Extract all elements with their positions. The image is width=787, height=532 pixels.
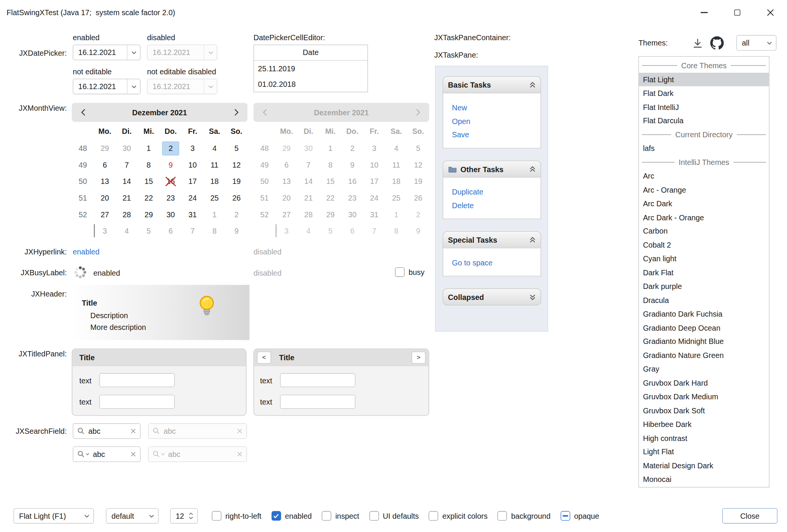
taskpane-link[interactable]: Delete bbox=[452, 199, 540, 212]
taskpane-header[interactable]: Collapsed bbox=[442, 289, 541, 306]
taskpane-link[interactable]: Open bbox=[452, 115, 540, 128]
theme-list-item[interactable]: Arc Dark - Orange bbox=[639, 210, 769, 224]
calendar-day[interactable]: 16 bbox=[160, 173, 182, 190]
calendar-day[interactable]: 19 bbox=[225, 173, 247, 190]
download-themes-button[interactable] bbox=[691, 37, 704, 50]
taskpane-header[interactable]: Special Tasks bbox=[442, 231, 541, 248]
search-input[interactable] bbox=[89, 450, 130, 458]
checkbox-background[interactable]: background bbox=[497, 511, 550, 521]
calendar-day[interactable]: 14 bbox=[116, 173, 138, 190]
calendar-day[interactable]: 2 bbox=[225, 206, 247, 223]
search-menu-chevron-icon[interactable] bbox=[86, 453, 89, 455]
chevron-down-icon[interactable] bbox=[127, 79, 140, 94]
calendar-day[interactable]: 12 bbox=[225, 157, 247, 173]
theme-list-item[interactable]: Dark purple bbox=[639, 279, 769, 293]
close-window-button[interactable] bbox=[754, 0, 787, 25]
theme-list-item[interactable]: Arc bbox=[639, 169, 769, 183]
github-link-button[interactable] bbox=[710, 36, 724, 50]
calendar-day[interactable]: 30 bbox=[160, 206, 182, 223]
theme-list-item[interactable]: High contrast bbox=[639, 431, 769, 445]
titledpanel-left-button[interactable]: < bbox=[257, 352, 271, 364]
theme-list-item[interactable]: Gradianto Nature Green bbox=[639, 348, 769, 362]
calendar-day[interactable]: 3 bbox=[182, 140, 204, 157]
theme-list-item[interactable]: Flat IntelliJ bbox=[639, 100, 769, 114]
text-input[interactable] bbox=[99, 395, 175, 409]
calendar-day[interactable]: 5 bbox=[225, 140, 247, 157]
calendar-day[interactable]: 9 bbox=[160, 157, 182, 173]
calendar-day[interactable]: 22 bbox=[138, 190, 160, 206]
clear-icon[interactable] bbox=[131, 451, 136, 457]
theme-list-item[interactable]: Dracula bbox=[639, 293, 769, 307]
theme-list-item[interactable]: Gruvbox Dark Medium bbox=[639, 390, 769, 403]
calendar-day[interactable]: 29 bbox=[138, 206, 160, 223]
theme-list-item[interactable]: Gradianto Deep Ocean bbox=[639, 321, 769, 334]
calendar-day[interactable]: 8 bbox=[138, 157, 160, 173]
calendar-day[interactable]: 10 bbox=[182, 157, 204, 173]
calendar-day[interactable]: 30 bbox=[116, 140, 138, 157]
theme-list-item[interactable]: Cyan light bbox=[639, 252, 769, 265]
calendar-day[interactable]: 13 bbox=[94, 173, 116, 190]
theme-list-item[interactable]: Nord bbox=[639, 486, 769, 487]
table-row[interactable]: 25.11.2019 bbox=[254, 61, 367, 76]
checkbox-right-to-left[interactable]: right-to-left bbox=[212, 511, 261, 521]
calendar-day[interactable]: 7 bbox=[116, 157, 138, 173]
spinner-down-icon[interactable] bbox=[189, 516, 193, 519]
calendar-day[interactable]: 1 bbox=[203, 206, 225, 223]
calendar-day[interactable]: 4 bbox=[116, 223, 138, 239]
calendar-day[interactable]: 9 bbox=[225, 223, 247, 239]
theme-list-item[interactable]: Carbon bbox=[639, 224, 769, 238]
calendar-day[interactable]: 25 bbox=[203, 190, 225, 206]
checkbox-ui-defaults[interactable]: UI defaults bbox=[369, 511, 419, 521]
clear-icon[interactable] bbox=[131, 428, 136, 434]
calendar-day[interactable]: 1 bbox=[138, 140, 160, 157]
taskpane-link[interactable]: Duplicate bbox=[452, 185, 540, 199]
text-input[interactable] bbox=[280, 373, 355, 387]
next-month-button[interactable] bbox=[225, 103, 247, 122]
datepicker-not-editable[interactable]: 16.12.2021 bbox=[73, 79, 141, 94]
theme-list-item[interactable]: Flat Darcula bbox=[639, 114, 769, 127]
theme-list-item[interactable]: Gradianto Dark Fuchsia bbox=[639, 307, 769, 320]
calendar-day[interactable]: 7 bbox=[182, 223, 204, 239]
taskpane-link[interactable]: Go to space bbox=[452, 256, 540, 270]
search-field-with-menu[interactable] bbox=[73, 446, 141, 462]
calendar-day[interactable]: 20 bbox=[94, 190, 116, 206]
calendar-day[interactable]: 3 bbox=[94, 223, 116, 239]
theme-list-item[interactable]: Monocai bbox=[639, 472, 769, 486]
theme-list-item[interactable]: lafs bbox=[639, 141, 769, 155]
themes-filter-combo[interactable]: all bbox=[736, 35, 776, 51]
hyperlink-enabled[interactable]: enabled bbox=[73, 247, 100, 256]
minimize-button[interactable] bbox=[688, 0, 721, 25]
calendar-day[interactable]: 24 bbox=[182, 190, 204, 206]
taskpane-header[interactable]: Basic Tasks bbox=[442, 76, 541, 93]
spinner-up-icon[interactable] bbox=[189, 513, 193, 515]
calendar-day[interactable]: 31 bbox=[182, 206, 204, 223]
close-button[interactable]: Close bbox=[722, 508, 777, 524]
theme-list-item[interactable]: Hiberbee Dark bbox=[639, 417, 769, 431]
table-row[interactable]: 01.02.2018 bbox=[254, 76, 367, 92]
theme-list-item[interactable]: Gruvbox Dark Soft bbox=[639, 403, 769, 417]
calendar-day[interactable]: 4 bbox=[203, 140, 225, 157]
checkbox-opaque[interactable]: opaque bbox=[560, 511, 599, 521]
calendar-day[interactable]: 21 bbox=[116, 190, 138, 206]
checkbox-busy[interactable]: busy bbox=[395, 267, 425, 277]
calendar-day[interactable]: 17 bbox=[182, 173, 204, 190]
calendar-day[interactable]: 6 bbox=[160, 223, 182, 239]
font-size-spinner[interactable]: 12 bbox=[170, 508, 198, 524]
theme-list-item[interactable]: Material Design Dark bbox=[639, 459, 769, 472]
calendar-day[interactable]: 2 bbox=[160, 140, 182, 157]
theme-list-item[interactable]: Flat Light bbox=[639, 72, 769, 86]
theme-list-item[interactable]: Light Flat bbox=[639, 445, 769, 458]
search-input[interactable] bbox=[85, 427, 131, 435]
style-combo[interactable]: default bbox=[106, 508, 159, 524]
datepicker-enabled[interactable]: 16.12.2021 bbox=[73, 45, 141, 60]
taskpane-header[interactable]: Other Tasks bbox=[442, 160, 541, 177]
titledpanel-right-button[interactable]: > bbox=[412, 352, 426, 364]
theme-list-item[interactable]: Flat Dark bbox=[639, 86, 769, 100]
theme-list-item[interactable]: Gruvbox Dark Hard bbox=[639, 376, 769, 389]
calendar-day[interactable]: 26 bbox=[225, 190, 247, 206]
search-field-enabled[interactable] bbox=[73, 423, 141, 439]
calendar-day[interactable]: 6 bbox=[94, 157, 116, 173]
text-input[interactable] bbox=[280, 395, 355, 409]
calendar-day[interactable]: 23 bbox=[160, 190, 182, 206]
chevron-down-icon[interactable] bbox=[127, 45, 140, 60]
